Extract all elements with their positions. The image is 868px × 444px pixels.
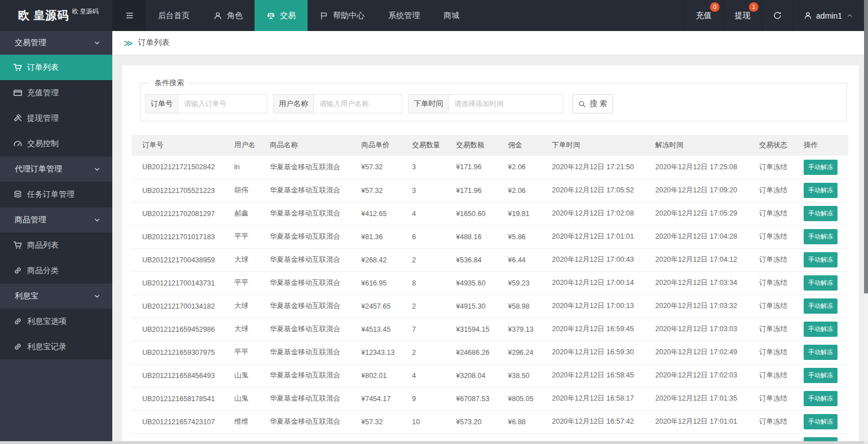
order-time-input[interactable] — [449, 94, 563, 113]
cell-empty — [541, 433, 645, 441]
cell-user: 胡伟 — [223, 179, 259, 202]
table-row: UB2012121658456493山鬼华夏基金移动互联混合¥802.014¥3… — [131, 364, 848, 387]
manual-unfreeze-button[interactable]: 手动解冻 — [804, 206, 838, 221]
sidebar-item-1-0[interactable]: 任务订单管理 — [0, 182, 112, 207]
cell-order-time: 2020年12月12日 17:02:08 — [541, 202, 645, 225]
cell-empty — [748, 433, 793, 441]
cell-amount: ¥31594.15 — [445, 318, 497, 341]
cell-commission: ¥38.50 — [497, 364, 541, 387]
sidebar-item-label: 利息宝记录 — [27, 342, 67, 352]
vertical-scrollbar-thumb[interactable] — [864, 0, 868, 293]
cell-price: ¥616.95 — [350, 271, 401, 294]
vertical-scrollbar[interactable] — [864, 0, 868, 441]
app-logo-text: 欧 皇源码 — [18, 8, 69, 23]
recharge-menu-item[interactable]: 充值 0 — [684, 0, 723, 31]
sidebar-group-1[interactable]: 代理订单管理 — [0, 156, 112, 182]
manual-unfreeze-button[interactable]: 手动解冻 — [804, 437, 838, 441]
sidebar-item-label: 提现管理 — [27, 113, 59, 124]
sidebar-item-0-1[interactable]: 充值管理 — [0, 80, 112, 105]
horizontal-scrollbar[interactable] — [0, 441, 864, 444]
sidebar-group-0[interactable]: 交易管理 — [0, 31, 112, 55]
manual-unfreeze-button[interactable]: 手动解冻 — [804, 183, 838, 198]
search-button[interactable]: 搜 索 — [572, 94, 613, 113]
cell-order-no: UB2012121700143731 — [131, 271, 223, 294]
cell-unfreeze-time: 2020年12月12日 17:01:35 — [645, 387, 748, 410]
column-header: 交易数量 — [401, 135, 445, 156]
manual-unfreeze-button[interactable]: 手动解冻 — [804, 368, 838, 383]
cell-amount: ¥1650.60 — [445, 202, 497, 225]
cell-order-no: UB2012121658178541 — [131, 387, 223, 410]
user-menu[interactable]: admin1 — [792, 0, 864, 31]
nav-item-0[interactable]: 后台首页 — [146, 0, 201, 31]
coins-icon — [13, 190, 23, 199]
sidebar-item-label: 订单列表 — [27, 63, 59, 73]
manual-unfreeze-button[interactable]: 手动解冻 — [804, 414, 838, 429]
cell-empty — [645, 433, 748, 441]
cell-order-time: 2020年12月12日 17:00:13 — [541, 294, 645, 318]
cell-qty: 2 — [401, 248, 445, 271]
manual-unfreeze-button[interactable]: 手动解冻 — [804, 252, 838, 267]
refresh-button[interactable] — [762, 0, 792, 31]
manual-unfreeze-button[interactable]: 手动解冻 — [804, 345, 838, 360]
sidebar-item-2-1[interactable]: 商品分类 — [0, 258, 112, 283]
cell-action: 手动解冻 — [793, 341, 848, 364]
sidebar-toggle-button[interactable] — [112, 0, 146, 31]
cell-qty: 3 — [401, 179, 445, 202]
withdraw-menu-item[interactable]: 提现 1 — [723, 0, 762, 31]
cell-order-time: 2020年12月12日 16:58:17 — [541, 387, 645, 410]
column-header: 用户名 — [223, 135, 259, 156]
cart-icon — [13, 240, 23, 250]
sidebar-item-2-0[interactable]: 商品列表 — [0, 232, 112, 258]
user-name-input[interactable] — [314, 94, 402, 113]
cell-price: ¥57.32 — [350, 156, 401, 179]
manual-unfreeze-button[interactable]: 手动解冻 — [804, 275, 838, 291]
nav-item-label: 后台首页 — [158, 11, 190, 21]
search-fieldset: 条件搜索 订单号 用户名称 下单时间 搜 索 — [140, 78, 847, 121]
manual-unfreeze-button[interactable]: 手动解冻 — [804, 322, 838, 337]
manual-unfreeze-button[interactable]: 手动解冻 — [804, 229, 838, 244]
sidebar-item-3-1[interactable]: 利息宝记录 — [0, 334, 112, 359]
nav-item-3[interactable]: 帮助中心 — [308, 0, 376, 31]
sidebar-item-0-2[interactable]: 提现管理 — [0, 105, 112, 131]
cell-product: 华夏基金移动互联混合 — [259, 318, 350, 341]
sidebar-item-0-0[interactable]: 订单列表 — [0, 55, 112, 80]
flag-icon — [319, 11, 328, 20]
cell-unfreeze-time: 2020年12月12日 17:03:03 — [645, 318, 748, 341]
sidebar-item-label: 利息宝选项 — [27, 316, 67, 327]
manual-unfreeze-button[interactable]: 手动解冻 — [804, 298, 838, 314]
sidebar-item-0-3[interactable]: 交易控制 — [0, 131, 112, 156]
sidebar-item-3-0[interactable]: 利息宝选项 — [0, 309, 112, 334]
nav-item-5[interactable]: 商城 — [432, 0, 471, 31]
cell-commission: ¥5.86 — [497, 225, 541, 248]
cell-amount: ¥573.20 — [445, 410, 497, 433]
cell-order-time: 2020年12月12日 16:58:45 — [541, 364, 645, 387]
scale-icon — [266, 11, 275, 20]
manual-unfreeze-button[interactable]: 手动解冻 — [804, 160, 838, 175]
sidebar-group-3[interactable]: 利息宝 — [0, 283, 112, 309]
cell-amount: ¥171.96 — [445, 156, 497, 179]
main-nav: 后台首页角色交易帮助中心系统管理商城 — [146, 0, 471, 31]
cell-status: 订单冻结 — [748, 156, 793, 179]
cell-empty — [497, 433, 541, 441]
order-no-input[interactable] — [178, 94, 268, 113]
cell-product: 华夏基金移动互联混合 — [259, 225, 350, 248]
cell-action: 手动解冻 — [793, 364, 848, 387]
cell-order-no: UB2012121700134182 — [131, 294, 223, 318]
cell-product: 华夏基金移动互联混合 — [259, 202, 350, 225]
nav-item-4[interactable]: 系统管理 — [376, 0, 432, 31]
cell-qty: 10 — [401, 410, 445, 433]
manual-unfreeze-button[interactable]: 手动解冻 — [804, 391, 838, 406]
cell-price: ¥12343.13 — [350, 341, 401, 364]
cell-order-time: 2020年12月12日 16:59:45 — [541, 318, 645, 341]
cell-user: 大球 — [223, 294, 259, 318]
sidebar-group-2[interactable]: 商品管理 — [0, 207, 112, 232]
cell-price: ¥412.65 — [350, 202, 401, 225]
chevron-down-icon — [93, 292, 101, 300]
nav-item-1[interactable]: 角色 — [201, 0, 255, 31]
cell-order-time: 2020年12月12日 16:57:42 — [541, 410, 645, 433]
cell-user: 平平 — [223, 225, 259, 248]
nav-item-label: 帮助中心 — [333, 11, 365, 21]
link-icon — [13, 266, 23, 275]
cell-product: 华夏基金移动互联混合 — [259, 248, 350, 271]
nav-item-2[interactable]: 交易 — [255, 0, 308, 31]
